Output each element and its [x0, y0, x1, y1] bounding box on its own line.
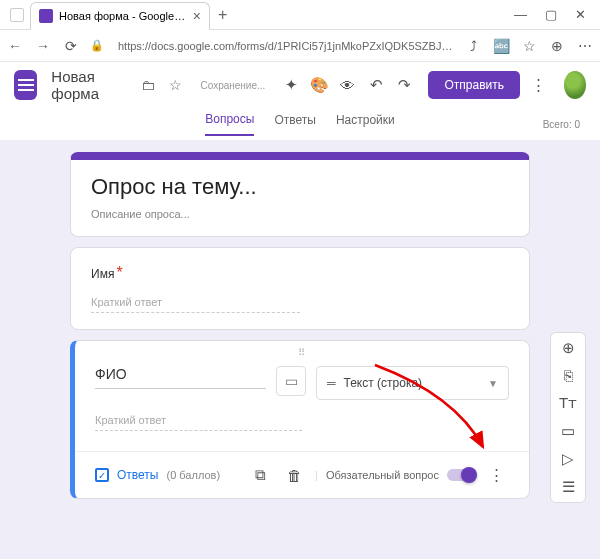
favorite-icon[interactable]: ☆	[520, 38, 538, 54]
type-label: Текст (строка)	[344, 376, 423, 390]
add-image-icon[interactable]: ▭	[561, 422, 575, 440]
tab-settings[interactable]: Настройки	[336, 113, 395, 135]
translate-icon[interactable]: 🔤	[492, 38, 510, 54]
favicon	[39, 9, 53, 23]
copy-icon[interactable]: ⧉	[247, 462, 273, 488]
question-card-1[interactable]: Имя* Краткий ответ	[70, 247, 530, 330]
tab-questions[interactable]: Вопросы	[205, 112, 254, 136]
preview-icon[interactable]: 👁	[338, 72, 358, 98]
window-minimize[interactable]: —	[514, 7, 527, 22]
send-button[interactable]: Отправить	[428, 71, 520, 99]
addons-icon[interactable]: ✦	[281, 72, 301, 98]
responses-total: Всего: 0	[543, 119, 580, 130]
star-icon[interactable]: ☆	[169, 77, 182, 93]
required-asterisk: *	[116, 264, 122, 281]
redo-icon[interactable]: ↷	[394, 72, 414, 98]
browser-tab[interactable]: Новая форма - Google Формы ×	[30, 2, 210, 30]
form-canvas: Опрос на тему... Описание опроса... Имя*…	[0, 140, 600, 559]
required-toggle[interactable]	[447, 469, 475, 481]
tab-title: Новая форма - Google Формы	[59, 10, 187, 22]
import-questions-icon[interactable]: ⎘	[564, 367, 573, 384]
save-status: Сохранение...	[200, 80, 265, 91]
nav-back-icon[interactable]: ←	[6, 38, 24, 54]
folder-icon[interactable]: 🗀	[141, 77, 155, 93]
question-type-select[interactable]: ═ Текст (строка) ▼	[316, 366, 509, 400]
avatar[interactable]	[564, 71, 586, 99]
url-field[interactable]: https://docs.google.com/forms/d/1PRICi57…	[118, 40, 454, 52]
form-tabs: Вопросы Ответы Настройки Всего: 0	[0, 108, 600, 140]
nav-reload-icon[interactable]: ⟳	[62, 38, 80, 54]
add-title-icon[interactable]: Tᴛ	[559, 394, 577, 412]
window-icon	[10, 8, 24, 22]
answer-key-link[interactable]: Ответы	[117, 468, 158, 482]
more-menu-icon[interactable]: ⋮	[528, 72, 548, 98]
points-label: (0 баллов)	[166, 469, 220, 481]
app-header: Новая форма 🗀 ☆ Сохранение... ✦ 🎨 👁 ↶ ↷ …	[0, 62, 600, 108]
required-label: Обязательный вопрос	[326, 469, 439, 481]
add-section-icon[interactable]: ☰	[562, 478, 575, 496]
chevron-down-icon: ▼	[488, 378, 498, 389]
short-answer-preview: Краткий ответ	[91, 296, 300, 313]
browser-titlebar: Новая форма - Google Формы × + — ▢ ✕	[0, 0, 600, 30]
short-text-icon: ═	[327, 376, 336, 390]
share-icon[interactable]: ⤴	[464, 38, 482, 54]
collections-icon[interactable]: ⊕	[548, 38, 566, 54]
floating-toolbar: ⊕ ⎘ Tᴛ ▭ ▷ ☰	[550, 332, 586, 503]
lock-icon: 🔒	[90, 39, 104, 52]
address-bar: ← → ⟳ 🔒 https://docs.google.com/forms/d/…	[0, 30, 600, 62]
question-footer: ✓ Ответы (0 баллов) ⧉ 🗑 | Обязательный в…	[95, 452, 509, 498]
question-more-icon[interactable]: ⋮	[483, 462, 509, 488]
drag-handle-icon[interactable]: ⠿	[95, 347, 509, 358]
tab-close-icon[interactable]: ×	[193, 8, 201, 24]
question-label: Имя	[91, 267, 114, 281]
delete-icon[interactable]: 🗑	[281, 462, 307, 488]
form-title[interactable]: Новая форма	[51, 68, 125, 102]
palette-icon[interactable]: 🎨	[310, 72, 330, 98]
new-tab-button[interactable]: +	[218, 6, 227, 24]
short-answer-preview: Краткий ответ	[95, 414, 302, 431]
form-title-input[interactable]: Опрос на тему...	[91, 174, 509, 200]
nav-forward-icon[interactable]: →	[34, 38, 52, 54]
form-description-input[interactable]: Описание опроса...	[91, 208, 509, 220]
window-maximize[interactable]: ▢	[545, 7, 557, 22]
question-card-2-active[interactable]: ⠿ ФИО ▭ ═ Текст (строка) ▼ Краткий ответ…	[70, 340, 530, 499]
answer-key-checkbox[interactable]: ✓	[95, 468, 109, 482]
question-text-input[interactable]: ФИО	[95, 366, 266, 389]
undo-icon[interactable]: ↶	[366, 72, 386, 98]
window-close[interactable]: ✕	[575, 7, 586, 22]
add-image-icon[interactable]: ▭	[276, 366, 306, 396]
add-video-icon[interactable]: ▷	[562, 450, 574, 468]
tab-responses[interactable]: Ответы	[274, 113, 315, 135]
add-question-icon[interactable]: ⊕	[562, 339, 575, 357]
form-header-card[interactable]: Опрос на тему... Описание опроса...	[70, 152, 530, 237]
browser-menu-icon[interactable]: ⋯	[576, 38, 594, 54]
forms-logo-icon[interactable]	[14, 70, 37, 100]
